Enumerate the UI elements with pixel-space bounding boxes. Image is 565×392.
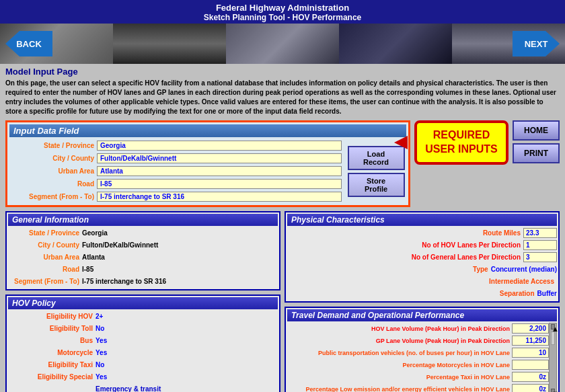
hov-value-taxi: No: [96, 361, 104, 368]
header-subtitle: Sketch Planning Tool - HOV Performance: [0, 13, 565, 22]
travel-input-hov-vol[interactable]: [512, 323, 549, 334]
arrow-left-icon: [394, 136, 408, 149]
gen-label-urban: Urban Area: [8, 253, 82, 261]
general-info-panel: General Information State / Province Geo…: [5, 211, 280, 290]
field-input-road[interactable]: [97, 179, 342, 189]
gen-label-road: Road: [8, 266, 82, 273]
banner-img-3: [226, 24, 339, 64]
field-label-1: City / County: [9, 155, 97, 162]
phys-label-separation: Separation: [287, 290, 537, 297]
travel-content: HOV Lane Volume (Peak Hour) in Peak Dire…: [287, 323, 549, 392]
print-button[interactable]: PRINT: [513, 143, 560, 163]
hov-policy-title: HOV Policy: [8, 297, 278, 309]
phys-label-miles: Route Miles: [287, 229, 523, 237]
hov-value-toll: No: [96, 325, 104, 332]
travel-label-moto: Percentage Motorcycles in HOV Lane: [287, 362, 512, 368]
field-input-segment[interactable]: [97, 192, 342, 202]
hov-label-eligibility: Eligibility HOV: [8, 313, 96, 320]
hov-label-toll: Eligibility Toll: [8, 325, 96, 332]
hov-value-eligibility: 2+: [96, 313, 103, 320]
phys-input-hov-lanes[interactable]: [523, 240, 557, 250]
banner-img-4: [339, 24, 452, 64]
input-data-panel-title: Input Data Field: [9, 124, 406, 137]
input-data-panel: Input Data Field State / Province City /…: [5, 120, 410, 207]
hov-label-special: Eligibility Special: [8, 373, 96, 381]
phys-label-gp-lanes: No of General Lanes Per Direction: [287, 253, 523, 261]
travel-label-bus: Public transportation vehicles (no. of b…: [287, 350, 512, 356]
banner: BACK NEXT: [0, 24, 565, 64]
physical-char-title: Physical Characteristics: [287, 214, 557, 226]
travel-label-low: Percentage Low emission and/or energy ef…: [287, 386, 512, 393]
travel-input-moto[interactable]: [512, 360, 549, 370]
travel-label-hov-vol: HOV Lane Volume (Peak Hour) in Peak Dire…: [287, 325, 512, 332]
field-input-state[interactable]: [97, 141, 342, 151]
phys-input-miles[interactable]: [523, 228, 557, 238]
field-input-urban[interactable]: [97, 166, 342, 176]
phys-label-hov-lanes: No of HOV Lanes Per Direction: [287, 241, 523, 249]
hov-label-moto: Motorcycle: [8, 349, 96, 356]
page-body: Model Input Page On this page, the user …: [0, 64, 565, 392]
header-title: Federal Highway Administration: [0, 3, 565, 13]
travel-input-taxi[interactable]: [512, 372, 549, 382]
field-label-0: State / Province: [9, 142, 97, 149]
required-line1: REQUIRED: [425, 128, 498, 143]
header-bar: Federal Highway Administration Sketch Pl…: [0, 0, 565, 24]
travel-label-taxi: Percentage Taxi in HOV Lane: [287, 374, 512, 381]
hov-value-special-type: Emergency & transit: [96, 385, 161, 392]
gen-label-segment: Segment (From - To): [8, 278, 82, 285]
gen-value-state: Georgia: [82, 229, 108, 237]
phys-label-type: Type: [287, 266, 491, 273]
required-section: REQUIRED USER INPUTS: [414, 120, 509, 165]
physical-char-panel: Physical Characteristics Route Miles No …: [285, 211, 560, 303]
hov-label-bus: Bus: [8, 337, 96, 344]
field-label-3: Road: [9, 180, 97, 188]
phys-value-type: Concurrent (median): [491, 266, 557, 273]
travel-demand-panel: Travel Demand and Operational Performanc…: [285, 307, 560, 392]
general-info-title: General Information: [8, 214, 278, 226]
required-box: REQUIRED USER INPUTS: [414, 120, 509, 165]
travel-input-gp-vol[interactable]: [512, 336, 549, 346]
field-label-4: Segment (From - To): [9, 193, 97, 200]
banner-img-2: [113, 24, 226, 64]
travel-demand-title: Travel Demand and Operational Performanc…: [287, 309, 557, 321]
load-record-button[interactable]: Load Record: [348, 146, 405, 170]
scrollbar-up-btn[interactable]: ▲: [551, 324, 555, 329]
phys-value-separation: Buffer: [537, 290, 557, 297]
gen-value-city: Fulton/DeKalb/Gwinnett: [82, 241, 158, 249]
home-print-buttons: HOME PRINT: [513, 120, 560, 163]
phys-input-gp-lanes[interactable]: [523, 252, 557, 262]
description-text: On this page, the user can select a spec…: [5, 79, 560, 116]
scrollbar-down-btn[interactable]: ▼: [551, 389, 555, 392]
page-title: Model Input Page: [5, 67, 560, 77]
hov-policy-panel: HOV Policy Eligibility HOV 2+ Eligibilit…: [5, 295, 280, 392]
travel-input-low[interactable]: [512, 384, 549, 392]
home-button[interactable]: HOME: [513, 120, 560, 141]
required-line2: USER INPUTS: [425, 143, 498, 157]
gen-label-city: City / County: [8, 241, 82, 249]
travel-input-bus[interactable]: [512, 348, 549, 358]
input-fields: State / Province City / County Urban Are…: [9, 139, 342, 203]
hov-label-taxi: Eligibility Taxi: [8, 361, 96, 368]
field-label-2: Urban Area: [9, 167, 97, 175]
field-input-city[interactable]: [97, 153, 342, 163]
travel-label-gp-vol: GP Lane Volume (Peak Hour) in Peak Direc…: [287, 338, 512, 344]
hov-value-special: Yes: [96, 373, 107, 381]
hov-value-moto: Yes: [96, 349, 107, 356]
store-profile-button[interactable]: Store Profile: [348, 173, 405, 197]
gen-label-state: State / Province: [8, 229, 82, 237]
phys-label-access: Intermediate Access: [287, 278, 557, 285]
scrollbar-thumb[interactable]: [551, 331, 555, 345]
gen-value-segment: I-75 interchange to SR 316: [82, 278, 166, 285]
scrollbar[interactable]: ▲ ▼: [549, 323, 557, 392]
gen-value-urban: Atlanta: [82, 253, 105, 261]
gen-value-road: I-85: [82, 266, 93, 273]
hov-value-bus: Yes: [96, 337, 107, 344]
